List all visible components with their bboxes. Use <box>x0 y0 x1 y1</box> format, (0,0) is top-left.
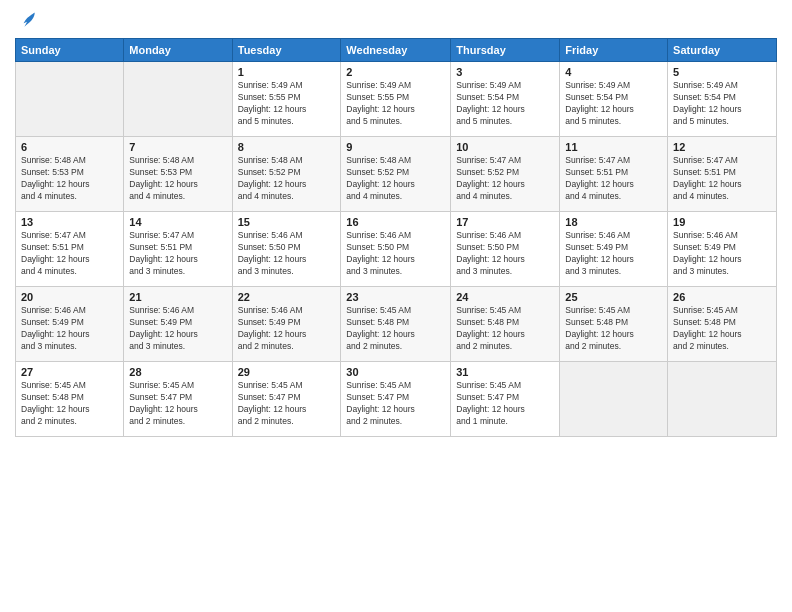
calendar-cell: 29Sunrise: 5:45 AM Sunset: 5:47 PM Dayli… <box>232 362 341 437</box>
day-number: 5 <box>673 66 771 78</box>
day-number: 11 <box>565 141 662 153</box>
calendar-cell: 18Sunrise: 5:46 AM Sunset: 5:49 PM Dayli… <box>560 212 668 287</box>
calendar-cell: 17Sunrise: 5:46 AM Sunset: 5:50 PM Dayli… <box>451 212 560 287</box>
day-info: Sunrise: 5:45 AM Sunset: 5:48 PM Dayligh… <box>565 305 662 353</box>
day-number: 20 <box>21 291 118 303</box>
day-number: 25 <box>565 291 662 303</box>
calendar-cell: 10Sunrise: 5:47 AM Sunset: 5:52 PM Dayli… <box>451 137 560 212</box>
calendar-cell: 16Sunrise: 5:46 AM Sunset: 5:50 PM Dayli… <box>341 212 451 287</box>
day-info: Sunrise: 5:45 AM Sunset: 5:47 PM Dayligh… <box>346 380 445 428</box>
day-info: Sunrise: 5:47 AM Sunset: 5:51 PM Dayligh… <box>565 155 662 203</box>
weekday-header-sunday: Sunday <box>16 39 124 62</box>
calendar-cell: 11Sunrise: 5:47 AM Sunset: 5:51 PM Dayli… <box>560 137 668 212</box>
day-info: Sunrise: 5:46 AM Sunset: 5:50 PM Dayligh… <box>346 230 445 278</box>
day-info: Sunrise: 5:45 AM Sunset: 5:48 PM Dayligh… <box>346 305 445 353</box>
calendar-table: SundayMondayTuesdayWednesdayThursdayFrid… <box>15 38 777 437</box>
weekday-header-row: SundayMondayTuesdayWednesdayThursdayFrid… <box>16 39 777 62</box>
calendar-cell: 13Sunrise: 5:47 AM Sunset: 5:51 PM Dayli… <box>16 212 124 287</box>
day-info: Sunrise: 5:47 AM Sunset: 5:52 PM Dayligh… <box>456 155 554 203</box>
calendar-cell <box>16 62 124 137</box>
day-number: 4 <box>565 66 662 78</box>
day-info: Sunrise: 5:47 AM Sunset: 5:51 PM Dayligh… <box>21 230 118 278</box>
day-info: Sunrise: 5:48 AM Sunset: 5:52 PM Dayligh… <box>238 155 336 203</box>
week-row-5: 27Sunrise: 5:45 AM Sunset: 5:48 PM Dayli… <box>16 362 777 437</box>
day-number: 28 <box>129 366 226 378</box>
day-info: Sunrise: 5:46 AM Sunset: 5:50 PM Dayligh… <box>456 230 554 278</box>
calendar-cell: 6Sunrise: 5:48 AM Sunset: 5:53 PM Daylig… <box>16 137 124 212</box>
calendar-cell: 15Sunrise: 5:46 AM Sunset: 5:50 PM Dayli… <box>232 212 341 287</box>
day-number: 17 <box>456 216 554 228</box>
day-number: 31 <box>456 366 554 378</box>
calendar-cell: 31Sunrise: 5:45 AM Sunset: 5:47 PM Dayli… <box>451 362 560 437</box>
day-info: Sunrise: 5:49 AM Sunset: 5:54 PM Dayligh… <box>673 80 771 128</box>
day-number: 1 <box>238 66 336 78</box>
day-info: Sunrise: 5:49 AM Sunset: 5:55 PM Dayligh… <box>238 80 336 128</box>
calendar-cell: 14Sunrise: 5:47 AM Sunset: 5:51 PM Dayli… <box>124 212 232 287</box>
day-number: 16 <box>346 216 445 228</box>
day-number: 19 <box>673 216 771 228</box>
day-info: Sunrise: 5:46 AM Sunset: 5:49 PM Dayligh… <box>129 305 226 353</box>
day-info: Sunrise: 5:45 AM Sunset: 5:47 PM Dayligh… <box>129 380 226 428</box>
day-number: 10 <box>456 141 554 153</box>
day-info: Sunrise: 5:49 AM Sunset: 5:54 PM Dayligh… <box>456 80 554 128</box>
calendar-cell: 4Sunrise: 5:49 AM Sunset: 5:54 PM Daylig… <box>560 62 668 137</box>
day-number: 12 <box>673 141 771 153</box>
day-info: Sunrise: 5:47 AM Sunset: 5:51 PM Dayligh… <box>673 155 771 203</box>
day-number: 2 <box>346 66 445 78</box>
day-info: Sunrise: 5:48 AM Sunset: 5:52 PM Dayligh… <box>346 155 445 203</box>
day-info: Sunrise: 5:47 AM Sunset: 5:51 PM Dayligh… <box>129 230 226 278</box>
calendar-cell <box>560 362 668 437</box>
day-info: Sunrise: 5:45 AM Sunset: 5:48 PM Dayligh… <box>456 305 554 353</box>
calendar-cell: 27Sunrise: 5:45 AM Sunset: 5:48 PM Dayli… <box>16 362 124 437</box>
calendar-cell: 21Sunrise: 5:46 AM Sunset: 5:49 PM Dayli… <box>124 287 232 362</box>
day-info: Sunrise: 5:48 AM Sunset: 5:53 PM Dayligh… <box>129 155 226 203</box>
day-number: 15 <box>238 216 336 228</box>
calendar-cell: 7Sunrise: 5:48 AM Sunset: 5:53 PM Daylig… <box>124 137 232 212</box>
day-info: Sunrise: 5:46 AM Sunset: 5:49 PM Dayligh… <box>238 305 336 353</box>
calendar-cell: 23Sunrise: 5:45 AM Sunset: 5:48 PM Dayli… <box>341 287 451 362</box>
calendar-cell: 12Sunrise: 5:47 AM Sunset: 5:51 PM Dayli… <box>668 137 777 212</box>
day-info: Sunrise: 5:45 AM Sunset: 5:48 PM Dayligh… <box>673 305 771 353</box>
day-number: 30 <box>346 366 445 378</box>
calendar-cell <box>668 362 777 437</box>
calendar-cell: 3Sunrise: 5:49 AM Sunset: 5:54 PM Daylig… <box>451 62 560 137</box>
weekday-header-wednesday: Wednesday <box>341 39 451 62</box>
calendar-cell: 5Sunrise: 5:49 AM Sunset: 5:54 PM Daylig… <box>668 62 777 137</box>
weekday-header-tuesday: Tuesday <box>232 39 341 62</box>
day-number: 23 <box>346 291 445 303</box>
day-number: 26 <box>673 291 771 303</box>
day-number: 29 <box>238 366 336 378</box>
calendar-cell <box>124 62 232 137</box>
weekday-header-saturday: Saturday <box>668 39 777 62</box>
calendar-cell: 19Sunrise: 5:46 AM Sunset: 5:49 PM Dayli… <box>668 212 777 287</box>
day-number: 6 <box>21 141 118 153</box>
day-number: 18 <box>565 216 662 228</box>
calendar-cell: 22Sunrise: 5:46 AM Sunset: 5:49 PM Dayli… <box>232 287 341 362</box>
week-row-1: 1Sunrise: 5:49 AM Sunset: 5:55 PM Daylig… <box>16 62 777 137</box>
day-number: 8 <box>238 141 336 153</box>
day-info: Sunrise: 5:45 AM Sunset: 5:47 PM Dayligh… <box>238 380 336 428</box>
week-row-3: 13Sunrise: 5:47 AM Sunset: 5:51 PM Dayli… <box>16 212 777 287</box>
calendar-cell: 2Sunrise: 5:49 AM Sunset: 5:55 PM Daylig… <box>341 62 451 137</box>
week-row-2: 6Sunrise: 5:48 AM Sunset: 5:53 PM Daylig… <box>16 137 777 212</box>
logo <box>15 10 37 30</box>
calendar-cell: 26Sunrise: 5:45 AM Sunset: 5:48 PM Dayli… <box>668 287 777 362</box>
day-info: Sunrise: 5:45 AM Sunset: 5:47 PM Dayligh… <box>456 380 554 428</box>
calendar-cell: 9Sunrise: 5:48 AM Sunset: 5:52 PM Daylig… <box>341 137 451 212</box>
day-number: 21 <box>129 291 226 303</box>
day-number: 9 <box>346 141 445 153</box>
calendar-cell: 20Sunrise: 5:46 AM Sunset: 5:49 PM Dayli… <box>16 287 124 362</box>
day-info: Sunrise: 5:46 AM Sunset: 5:49 PM Dayligh… <box>21 305 118 353</box>
day-info: Sunrise: 5:46 AM Sunset: 5:49 PM Dayligh… <box>673 230 771 278</box>
day-info: Sunrise: 5:46 AM Sunset: 5:50 PM Dayligh… <box>238 230 336 278</box>
day-number: 7 <box>129 141 226 153</box>
header <box>15 10 777 30</box>
weekday-header-monday: Monday <box>124 39 232 62</box>
day-number: 27 <box>21 366 118 378</box>
calendar-cell: 8Sunrise: 5:48 AM Sunset: 5:52 PM Daylig… <box>232 137 341 212</box>
day-number: 3 <box>456 66 554 78</box>
calendar-cell: 24Sunrise: 5:45 AM Sunset: 5:48 PM Dayli… <box>451 287 560 362</box>
day-number: 24 <box>456 291 554 303</box>
day-info: Sunrise: 5:49 AM Sunset: 5:54 PM Dayligh… <box>565 80 662 128</box>
calendar-cell: 1Sunrise: 5:49 AM Sunset: 5:55 PM Daylig… <box>232 62 341 137</box>
